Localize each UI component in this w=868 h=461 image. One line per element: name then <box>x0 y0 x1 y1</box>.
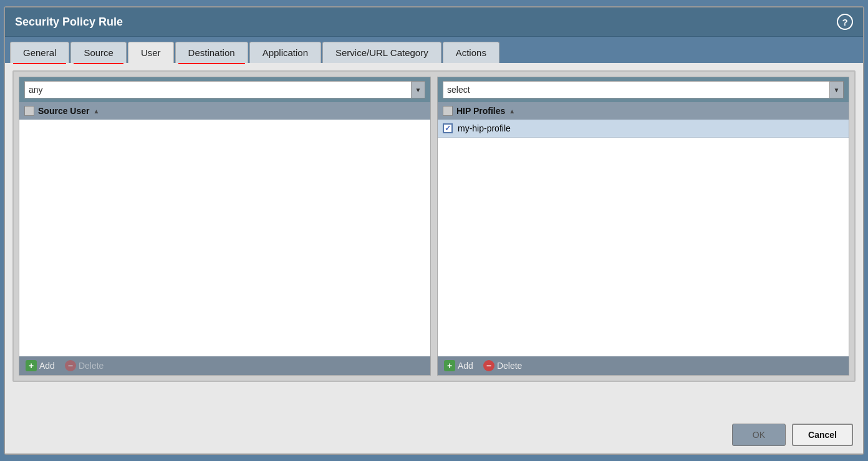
right-add-icon: + <box>444 360 455 371</box>
tab-destination[interactable]: Destination <box>175 42 248 63</box>
left-dropdown[interactable]: any <box>24 81 412 98</box>
left-dropdown-arrow[interactable]: ▼ <box>412 81 425 98</box>
left-delete-label: Delete <box>79 361 104 371</box>
right-dropdown[interactable]: select <box>443 81 830 98</box>
left-delete-icon: − <box>65 360 76 371</box>
source-user-sort-icon[interactable]: ▲ <box>93 108 99 115</box>
tab-general[interactable]: General <box>10 42 69 63</box>
source-user-list <box>19 120 430 356</box>
right-panel-footer: + Add − Delete <box>438 356 849 375</box>
left-add-icon: + <box>26 360 37 371</box>
list-item[interactable]: ✓ my-hip-profile <box>438 120 849 138</box>
hip-profile-label: my-hip-profile <box>458 123 511 133</box>
right-delete-button[interactable]: − Delete <box>483 360 522 371</box>
left-panel-footer: + Add − Delete <box>19 356 430 375</box>
left-dropdown-bar: any ▼ <box>19 77 430 102</box>
tab-actions[interactable]: Actions <box>443 42 499 63</box>
hip-profile-checkbox[interactable]: ✓ <box>443 123 453 133</box>
source-user-header-label: Source User <box>38 106 89 116</box>
dialog-footer: OK Cancel <box>5 416 863 454</box>
source-user-panel: any ▼ Source User ▲ + Add <box>19 77 431 376</box>
hip-profiles-select-all-checkbox[interactable] <box>443 106 453 116</box>
right-add-button[interactable]: + Add <box>444 360 473 371</box>
right-dropdown-arrow[interactable]: ▼ <box>830 81 844 98</box>
source-user-header: Source User ▲ <box>19 102 430 120</box>
title-bar: Security Policy Rule ? <box>5 7 863 37</box>
tab-source[interactable]: Source <box>70 42 127 63</box>
tabs-bar: General Source User Destination Applicat… <box>5 37 863 63</box>
hip-profiles-panel: select ▼ HIP Profiles ▲ ✓ my-hip-profile <box>437 77 849 376</box>
right-delete-label: Delete <box>497 361 522 371</box>
content-area: any ▼ Source User ▲ + Add <box>5 63 863 416</box>
tab-underline-source <box>74 63 123 64</box>
tab-service-url[interactable]: Service/URL Category <box>322 42 441 63</box>
hip-profiles-header-label: HIP Profiles <box>456 106 505 116</box>
security-policy-dialog: Security Policy Rule ? General Source Us… <box>4 6 864 455</box>
right-delete-icon: − <box>483 360 494 371</box>
cancel-button[interactable]: Cancel <box>792 424 853 446</box>
right-dropdown-value: select <box>447 85 826 95</box>
help-icon[interactable]: ? <box>837 14 853 30</box>
left-delete-button[interactable]: − Delete <box>65 360 104 371</box>
tab-underline-destination <box>178 63 245 64</box>
tab-application[interactable]: Application <box>249 42 321 63</box>
tab-user[interactable]: User <box>128 42 174 63</box>
left-dropdown-value: any <box>29 85 407 95</box>
tab-underline-general <box>13 63 66 64</box>
hip-profiles-list: ✓ my-hip-profile <box>438 120 849 356</box>
hip-profiles-header: HIP Profiles ▲ <box>438 102 849 120</box>
right-add-label: Add <box>458 361 473 371</box>
left-add-button[interactable]: + Add <box>26 360 55 371</box>
ok-button[interactable]: OK <box>732 424 786 446</box>
dialog-title: Security Policy Rule <box>15 16 123 29</box>
panels-container: any ▼ Source User ▲ + Add <box>12 70 856 382</box>
hip-profiles-sort-icon[interactable]: ▲ <box>509 108 515 115</box>
right-dropdown-bar: select ▼ <box>438 77 849 102</box>
source-user-select-all-checkbox[interactable] <box>24 106 34 116</box>
left-add-label: Add <box>39 361 55 371</box>
